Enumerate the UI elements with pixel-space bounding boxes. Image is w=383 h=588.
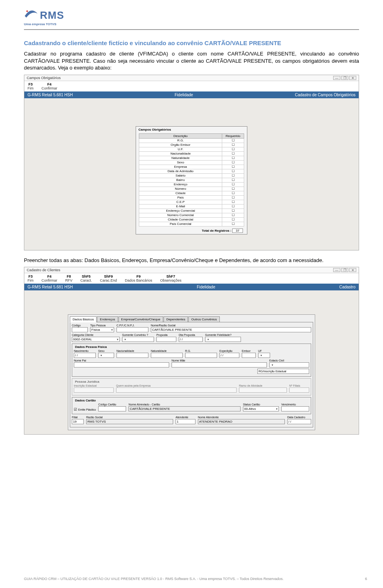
label-codigo-cartao: Código Cartão <box>98 403 126 406</box>
requerido-checkbox[interactable] <box>222 160 244 165</box>
fkey-f4[interactable]: F4Confirmar <box>41 274 57 282</box>
quem-assina-input <box>116 387 237 393</box>
footer-text: GUIA RÁPIDO CRM – UTILIZAÇÃO DE CARTÃO O… <box>24 577 284 581</box>
label-categoria: Categoria Cliente <box>72 334 120 336</box>
somente-convenio-select[interactable] <box>122 337 154 342</box>
label-estado-civil: Estado Civil <box>269 359 309 362</box>
sexo-select[interactable] <box>98 353 114 358</box>
table-row: Bairro <box>139 178 244 182</box>
fkey-shf7[interactable]: ShF7Observações <box>160 274 182 282</box>
requerido-checkbox[interactable] <box>222 209 244 213</box>
fkey-f3[interactable]: F3Fim <box>28 82 34 90</box>
label-ramo: Ramo de Atividade <box>239 384 287 387</box>
proposta-input[interactable] <box>156 337 176 342</box>
status-cartao-select[interactable]: 00-Ativo <box>243 406 279 411</box>
requerido-checkbox[interactable] <box>222 191 244 195</box>
nome-pai-input[interactable] <box>74 362 169 368</box>
fkey-shf5[interactable]: ShF5Caract. <box>81 274 92 282</box>
requerido-checkbox[interactable] <box>222 156 244 160</box>
bluebar-right: Cadastro de Campos Obrigatórios <box>295 93 355 97</box>
col-descricao: Descrição <box>139 133 222 138</box>
table-row: Número Comercial <box>139 213 244 217</box>
label-uf: UF <box>258 350 270 352</box>
minimize-button[interactable]: — <box>333 268 340 272</box>
fkey-f3[interactable]: F3Fim <box>28 274 34 282</box>
filial-input[interactable]: 19 <box>72 419 84 424</box>
close-button[interactable]: ✕ <box>349 76 356 80</box>
requerido-checkbox[interactable] <box>222 178 244 182</box>
requerido-checkbox[interactable] <box>222 187 244 191</box>
page-number: 6 <box>365 577 367 581</box>
cliente-form-panel: Dados BásicosEndereçosEmpresa/Convênio/C… <box>68 314 315 430</box>
codigo-input[interactable] <box>72 327 88 332</box>
requerido-checkbox[interactable] <box>222 173 244 178</box>
paragraph-2: Preencher todas as abas: Dados Básicos, … <box>24 257 359 264</box>
requerido-checkbox[interactable] <box>222 138 244 143</box>
paragraph-1: Cadastrar no programa cadastro de client… <box>24 50 359 72</box>
label-cpf: C.P.F./C.N.P.J. <box>116 324 148 327</box>
categoria-select[interactable]: 0002-GERAL <box>72 337 120 342</box>
tab-dados-b-sicos[interactable]: Dados Básicos <box>70 316 97 322</box>
table-row: Nacionalidade <box>139 151 244 156</box>
fkey-f4[interactable]: F4Confirmar <box>41 82 57 90</box>
tab-empresa-conv-nio-cheque[interactable]: Empresa/Convênio/Cheque <box>118 316 163 322</box>
estado-civil-select[interactable] <box>269 362 309 368</box>
tab-dependentes[interactable]: Dependentes <box>164 316 188 322</box>
tab-endere-os[interactable]: Endereços <box>97 316 118 322</box>
maximize-button[interactable]: ❐ <box>341 76 348 80</box>
somente-fidelidade-select[interactable] <box>205 337 241 342</box>
table-row: Empresa <box>139 165 244 169</box>
emite-plastico-checkbox[interactable]: Emite Plástico <box>74 407 96 411</box>
label-atendente: Atendente <box>176 416 195 419</box>
table-row: Sexo <box>139 160 244 165</box>
label-quem-assina: Quem assina pela Empresa <box>116 384 237 387</box>
dta-proposta-input[interactable]: / / <box>179 337 203 342</box>
requerido-checkbox[interactable] <box>222 195 244 200</box>
requerido-checkbox[interactable] <box>222 204 244 209</box>
uf-select[interactable] <box>258 353 270 358</box>
vencimento-input[interactable] <box>281 406 309 411</box>
maximize-button[interactable]: ❐ <box>341 268 348 272</box>
table-row: E-Mail <box>139 204 244 209</box>
fkey-shf9[interactable]: ShF9Carac.End <box>100 274 117 282</box>
inscricao-estadual-input <box>74 387 114 393</box>
label-nome-atendente: Nome Atendente <box>198 416 285 419</box>
bluebar-center: Fidelidade <box>73 93 295 97</box>
label-vencimento: Vencimento <box>281 403 309 406</box>
requerido-checkbox[interactable] <box>222 151 244 156</box>
requerido-checkbox[interactable] <box>222 222 244 226</box>
tipo-pessoa-select[interactable]: Física <box>90 327 114 332</box>
requerido-checkbox[interactable] <box>222 200 244 204</box>
nome-input[interactable]: CARTÃO/VALE PRESENTE <box>151 327 311 332</box>
requerido-checkbox[interactable] <box>222 182 244 187</box>
minimize-button[interactable]: — <box>333 76 340 80</box>
expedicao-input[interactable]: / / <box>219 353 239 358</box>
data-cadastro-input[interactable]: / / <box>287 419 311 424</box>
rg-inscricao-button[interactable]: RG/Inscrição Estadual <box>257 369 309 374</box>
cpf-input[interactable] <box>116 327 148 332</box>
naturalidade-input[interactable] <box>151 353 183 358</box>
tab-outros-conv-nios[interactable]: Outros Convênios <box>188 316 219 322</box>
header-logo-area: RMS Uma empresa TOTVS <box>24 8 359 30</box>
close-button[interactable]: ✕ <box>349 268 356 272</box>
label-naturalidade: Naturalidade <box>151 350 183 352</box>
nascimento-input[interactable]: / / <box>74 353 96 358</box>
cadastro-clientes-window: Cadastro de Clientes — ❐ ✕ F3FimF4Confir… <box>24 267 359 435</box>
atendente-input[interactable]: 1 <box>176 419 195 424</box>
requerido-checkbox[interactable] <box>222 147 244 151</box>
nome-mae-input[interactable] <box>172 362 267 368</box>
codigo-cartao-input[interactable] <box>98 406 126 411</box>
total-value: 37 <box>232 228 243 233</box>
requerido-checkbox[interactable] <box>222 169 244 173</box>
fkey-f8[interactable]: F8RFV <box>65 274 73 282</box>
requerido-checkbox[interactable] <box>222 213 244 217</box>
label-sexo: Sexo <box>98 350 114 352</box>
requerido-checkbox[interactable] <box>222 165 244 169</box>
requerido-checkbox[interactable] <box>222 217 244 222</box>
section-heading: Cadastrando o cliente/cliente fictício e… <box>24 40 359 46</box>
nacionalidade-input[interactable] <box>116 353 148 358</box>
requerido-checkbox[interactable] <box>222 143 244 147</box>
fkey-f9[interactable]: F9Dados Bancários <box>125 274 152 282</box>
rg-input[interactable] <box>185 353 217 358</box>
emissor-input[interactable] <box>242 353 256 358</box>
